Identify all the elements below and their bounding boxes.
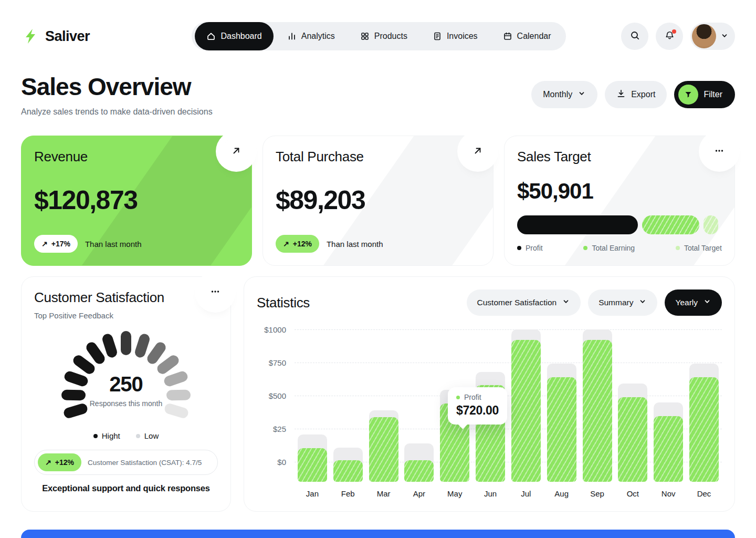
filter-icon: [678, 85, 698, 105]
kpi-cards-row: Revenue $120,873 ↗+17% Than last month T…: [21, 136, 735, 266]
x-tick-label: Feb: [330, 489, 366, 498]
metric-dropdown[interactable]: Customer Satisfaction: [467, 289, 581, 316]
purchase-expand-button[interactable]: [464, 137, 492, 165]
gauge-label: Responses this month: [42, 399, 210, 408]
satisfaction-menu-button[interactable]: [201, 278, 229, 306]
revenue-value: $120,873: [34, 185, 239, 215]
main-nav: Dashboard Analytics Products Invoices Ca…: [192, 22, 565, 50]
y-tick-label: $750: [269, 358, 286, 367]
bar-chart: $1000$750$500$25$0 Profit $720.00: [257, 329, 722, 482]
bar: [583, 340, 612, 482]
tooltip-series-dot: [456, 396, 460, 399]
revenue-expand-button[interactable]: [222, 137, 250, 165]
chevron-down-icon: [638, 297, 647, 308]
nav-item-analytics[interactable]: Analytics: [276, 22, 346, 50]
legend-dot: [676, 246, 680, 250]
tooltip-value: $720.00: [456, 404, 499, 418]
home-icon: [206, 32, 216, 41]
bottom-row: Customer Satisfaction Top Positive Feedb…: [21, 276, 735, 512]
legend-dot: [583, 246, 587, 250]
target-menu-button[interactable]: [705, 137, 733, 165]
nav-item-products[interactable]: Products: [349, 22, 419, 50]
x-tick-label: Mar: [366, 489, 402, 498]
legend-dot: [93, 434, 98, 438]
sales-target-card: Sales Target $50,901 ProfitTotal Earning…: [504, 136, 735, 266]
progress-segment: [517, 215, 638, 234]
revenue-compare-label: Than last month: [85, 240, 142, 249]
nav-item-label: Analytics: [301, 32, 335, 41]
bar: [404, 460, 434, 482]
x-tick-label: Nov: [650, 489, 686, 498]
period-dropdown[interactable]: Monthly: [531, 81, 597, 108]
bar-slot[interactable]: [508, 329, 544, 482]
progress-segment: [704, 215, 718, 234]
download-icon: [616, 89, 626, 100]
bolt-icon: [21, 27, 40, 46]
bar: [547, 377, 576, 482]
purchase-card-title: Total Purchase: [276, 149, 480, 165]
customer-satisfaction-card: Customer Satisfaction Top Positive Feedb…: [21, 276, 231, 512]
gauge-segment: [121, 331, 131, 355]
bar-slot[interactable]: [650, 329, 686, 482]
bar-slot[interactable]: [366, 329, 402, 482]
summary-dropdown[interactable]: Summary: [588, 289, 657, 316]
purchase-value: $89,203: [276, 185, 480, 215]
chart-tooltip: Profit $720.00: [448, 387, 507, 425]
page-title: Sales Overview: [21, 73, 213, 101]
range-dropdown-label: Yearly: [675, 298, 698, 307]
target-value: $50,901: [517, 179, 722, 204]
chevron-down-icon: [720, 32, 729, 42]
nav-item-invoices[interactable]: Invoices: [421, 22, 489, 50]
bar-slot[interactable]: [615, 329, 650, 482]
range-dropdown[interactable]: Yearly: [665, 289, 722, 316]
statistics-card: Statistics Customer Satisfaction Summary…: [244, 276, 735, 512]
bar-slot[interactable]: [686, 329, 722, 482]
nav-item-calendar[interactable]: Calendar: [491, 22, 563, 50]
nav-item-dashboard[interactable]: Dashboard: [195, 22, 273, 50]
page-header-text: Sales Overview Analyze sales trends to m…: [21, 73, 213, 117]
plot-area: Profit $720.00: [295, 329, 722, 482]
calendar-icon: [503, 32, 512, 41]
gauge-segment: [166, 389, 191, 400]
chevron-down-icon: [703, 297, 711, 308]
satisfaction-legend: Hight Low: [34, 431, 218, 440]
purchase-delta-badge: ↗+12%: [276, 235, 319, 253]
y-tick-label: $0: [277, 458, 286, 467]
filter-button[interactable]: Filter: [674, 81, 735, 108]
bar-slot[interactable]: [401, 329, 437, 482]
chevron-down-icon: [562, 297, 570, 308]
period-dropdown-label: Monthly: [543, 90, 572, 99]
target-legend: ProfitTotal EarningTotal Target: [517, 244, 722, 252]
x-tick-label: Jan: [295, 489, 330, 498]
x-tick-label: May: [437, 489, 472, 498]
bar: [618, 397, 647, 482]
bar-slot[interactable]: [330, 329, 366, 482]
products-icon: [360, 32, 370, 41]
csat-delta-badge: ↗+12%: [38, 453, 81, 471]
bar-slot[interactable]: [544, 329, 580, 482]
profile-menu[interactable]: [690, 23, 735, 50]
satisfaction-subtitle: Top Positive Feedback: [34, 311, 218, 320]
legend-item: Total Target: [676, 244, 722, 252]
x-tick-label: Apr: [401, 489, 437, 498]
x-tick-label: Jun: [472, 489, 508, 498]
revenue-card-title: Revenue: [34, 149, 239, 165]
brand-name: Saliver: [45, 28, 90, 45]
avatar: [692, 24, 716, 48]
top-right-actions: [621, 23, 735, 50]
export-button[interactable]: Export: [605, 81, 667, 108]
gauge-segment: [101, 333, 119, 359]
bar-slot[interactable]: [580, 329, 615, 482]
summary-dropdown-label: Summary: [598, 298, 633, 307]
filter-button-label: Filter: [704, 90, 722, 99]
x-tick-label: Sep: [580, 489, 615, 498]
satisfaction-title: Customer Satisfaction: [34, 289, 218, 306]
bar-slot[interactable]: [295, 329, 330, 482]
brand: Saliver: [21, 27, 136, 46]
ellipsis-icon: [210, 286, 220, 298]
total-purchase-card: Total Purchase $89,203 ↗+12% Than last m…: [262, 136, 494, 266]
notifications-button[interactable]: [656, 23, 683, 50]
bar: [333, 460, 363, 482]
statistics-filters: Customer Satisfaction Summary Yearly: [467, 289, 722, 316]
search-button[interactable]: [621, 23, 648, 50]
